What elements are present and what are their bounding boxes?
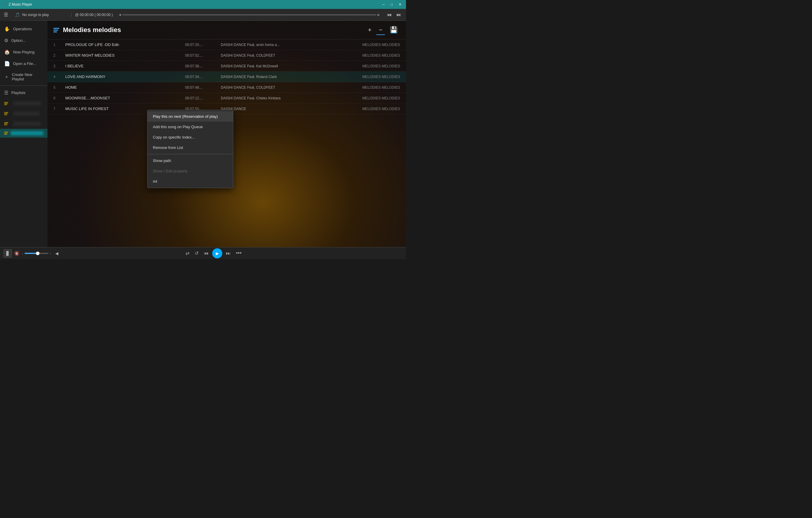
song-title: HOME bbox=[65, 85, 185, 90]
previous-track-button[interactable]: ⏮ bbox=[202, 249, 210, 257]
song-duration: 00:07:38.... bbox=[185, 64, 221, 68]
top-bar: ☰ 🎵 No songs to play @ 00:00:00 ( 00:00:… bbox=[0, 9, 406, 21]
song-artist: DAISHI DANCE Feat. arvin homa a... bbox=[221, 43, 341, 47]
song-number: 2 bbox=[53, 53, 65, 58]
sidebar-item-operations[interactable]: ✋ Operations bbox=[0, 23, 48, 35]
sidebar-item-playlists[interactable]: ☰ Playlists bbox=[0, 87, 48, 98]
volume-area: ↓ ↑ bbox=[22, 251, 51, 255]
song-row-5[interactable]: 5 HOME 00:07:48.... DAISHI DANCE Feat. C… bbox=[48, 82, 406, 93]
now-playing-icon: 🏠 bbox=[4, 49, 10, 55]
options-gear-icon: ⚙ bbox=[4, 38, 8, 43]
playlist-lines-icon-4 bbox=[4, 132, 8, 135]
operations-label: Operations bbox=[13, 27, 32, 31]
progress-right-arrow[interactable]: ▶ bbox=[376, 13, 381, 16]
top-bar-controls: ⏮ ⏭ bbox=[382, 11, 406, 19]
song-number: 1 bbox=[53, 43, 65, 47]
song-row-2[interactable]: 2 WINTER NIGHT MELODIES 00:07:52.... DAI… bbox=[48, 50, 406, 61]
bottom-center-controls: ⇄ ↺ ⏮ ▶ ⏭ ••• bbox=[184, 248, 243, 258]
sidebar: ✋ Operations ⚙ Option... 🏠 Now Playing 📄… bbox=[0, 21, 48, 247]
open-file-label: Open a File... bbox=[13, 61, 36, 66]
repeat-button[interactable]: ↺ bbox=[193, 249, 200, 257]
now-playing-label: Now Playing bbox=[13, 50, 34, 54]
playlist-entry-2[interactable] bbox=[0, 109, 48, 119]
close-button[interactable]: ✕ bbox=[397, 2, 404, 7]
sidebar-item-now-playing[interactable]: 🏠 Now Playing bbox=[0, 46, 48, 58]
app-icon: 🎵 bbox=[2, 2, 7, 6]
context-menu: Play this on next (Reservation of play)A… bbox=[147, 110, 233, 188]
context-menu-separator bbox=[147, 154, 233, 154]
song-album: MELODIES MELODIES bbox=[341, 107, 400, 111]
song-row-6[interactable]: 6 MOONRISE....MOONSET 00:07:12.... DAISH… bbox=[48, 93, 406, 103]
create-playlist-icon: ＋ bbox=[4, 74, 9, 80]
volume-down-arrow[interactable]: ↓ bbox=[22, 251, 24, 255]
context-menu-item-copy_index[interactable]: Copy on specific Index... bbox=[147, 132, 233, 143]
mute-button[interactable]: 🔇 bbox=[14, 251, 19, 256]
progress-area: ◀ ▶ bbox=[116, 13, 382, 16]
title-bar-left: 🎵 Z Music Player bbox=[2, 2, 32, 6]
song-artist: DAISHI DANCE Feat. Chieko Kinbara bbox=[221, 96, 341, 100]
hamburger-button[interactable]: ☰ bbox=[0, 9, 12, 21]
song-row-3[interactable]: 3 I BELIEVE 00:07:38.... DAISHI DANCE Fe… bbox=[48, 61, 406, 71]
skip-forward-button[interactable]: ⏭ bbox=[394, 11, 404, 19]
create-playlist-label: Create New Playlist bbox=[12, 72, 43, 81]
playlists-label: Playlists bbox=[11, 90, 26, 95]
visualizer-button[interactable]: ▊ bbox=[4, 249, 12, 257]
song-album: MELODIES MELODIES bbox=[341, 86, 400, 90]
playlist-entry-1[interactable] bbox=[0, 98, 48, 109]
song-title: PROLOGUE OF LIFE -DD Edit- bbox=[65, 42, 185, 47]
operations-icon: ✋ bbox=[4, 26, 10, 32]
progress-bar[interactable] bbox=[122, 14, 376, 16]
progress-left-arrow[interactable]: ◀ bbox=[118, 13, 122, 16]
no-songs-label: No songs to play bbox=[22, 13, 49, 17]
song-row-4[interactable]: 4 LOVE AND HARMONY 00:07:34.... DAISHI D… bbox=[48, 71, 406, 82]
music-note-icon: 🎵 bbox=[15, 12, 20, 17]
more-options-button[interactable]: ••• bbox=[234, 249, 243, 257]
app-title: Z Music Player bbox=[9, 2, 32, 6]
save-playlist-button[interactable]: 💾 bbox=[387, 25, 400, 35]
play-button[interactable]: ▶ bbox=[212, 248, 222, 258]
shuffle-button[interactable]: ⇄ bbox=[184, 249, 191, 257]
pl-line bbox=[4, 103, 8, 104]
main-layout: ✋ Operations ⚙ Option... 🏠 Now Playing 📄… bbox=[0, 21, 406, 247]
song-row-1[interactable]: 1 PROLOGUE OF LIFE -DD Edit- 00:07:20...… bbox=[48, 39, 406, 50]
add-song-button[interactable]: + bbox=[365, 25, 374, 35]
title-bar-controls: ─ □ ✕ bbox=[380, 2, 404, 7]
remove-song-button[interactable]: − bbox=[376, 25, 385, 35]
volume-slider[interactable] bbox=[25, 253, 48, 254]
context-menu-item-play_next[interactable]: Play this on next (Reservation of play) bbox=[147, 111, 233, 122]
song-artist: DAISHI DANCE Feat. COLDFEET bbox=[221, 86, 341, 90]
song-number: 5 bbox=[53, 86, 65, 90]
song-number: 7 bbox=[53, 107, 65, 111]
playlists-icon: ☰ bbox=[4, 90, 8, 95]
playlist-header: Melodies melodies + − 💾 bbox=[48, 21, 406, 39]
context-menu-item-remove[interactable]: Remove from List bbox=[147, 143, 233, 153]
context-menu-item-add_queue[interactable]: Add this song on Play Queue bbox=[147, 122, 233, 132]
sidebar-item-open-file[interactable]: 📄 Open a File... bbox=[0, 58, 48, 69]
song-duration: 00:07:12.... bbox=[185, 96, 221, 100]
playlist-entry-4-active[interactable] bbox=[0, 129, 48, 138]
sidebar-toggle-button[interactable]: ◀ bbox=[53, 251, 60, 256]
pli-line bbox=[53, 28, 59, 29]
song-artist: DAISHI DANCE Feat. COLDFEET bbox=[221, 53, 341, 58]
skip-back-button[interactable]: ⏮ bbox=[385, 11, 394, 19]
volume-up-arrow[interactable]: ↑ bbox=[50, 251, 51, 255]
volume-thumb bbox=[36, 251, 39, 255]
pl-line bbox=[4, 133, 8, 133]
song-album: MELODIES MELODIES bbox=[341, 64, 400, 68]
content-area: Melodies melodies + − 💾 1 PROLOGUE OF LI… bbox=[48, 21, 406, 247]
pl-line bbox=[4, 132, 8, 132]
pl-line bbox=[4, 122, 8, 123]
song-artist: DAISHI DANCE bbox=[221, 107, 341, 111]
context-menu-item-index_tag[interactable]: #4 bbox=[147, 176, 233, 187]
playlist-entry-3[interactable] bbox=[0, 119, 48, 129]
sidebar-item-create-playlist[interactable]: ＋ Create New Playlist bbox=[0, 69, 48, 84]
sidebar-item-options[interactable]: ⚙ Option... bbox=[0, 35, 48, 46]
context-menu-item-show_path[interactable]: Show path bbox=[147, 155, 233, 166]
song-album: MELODIES MELODIES bbox=[341, 43, 400, 47]
minimize-button[interactable]: ─ bbox=[380, 2, 387, 7]
song-title: MOONRISE....MOONSET bbox=[65, 96, 185, 100]
next-track-button[interactable]: ⏭ bbox=[224, 249, 232, 257]
pl-line bbox=[4, 123, 8, 124]
song-title: LOVE AND HARMONY bbox=[65, 74, 185, 79]
maximize-button[interactable]: □ bbox=[388, 2, 395, 7]
